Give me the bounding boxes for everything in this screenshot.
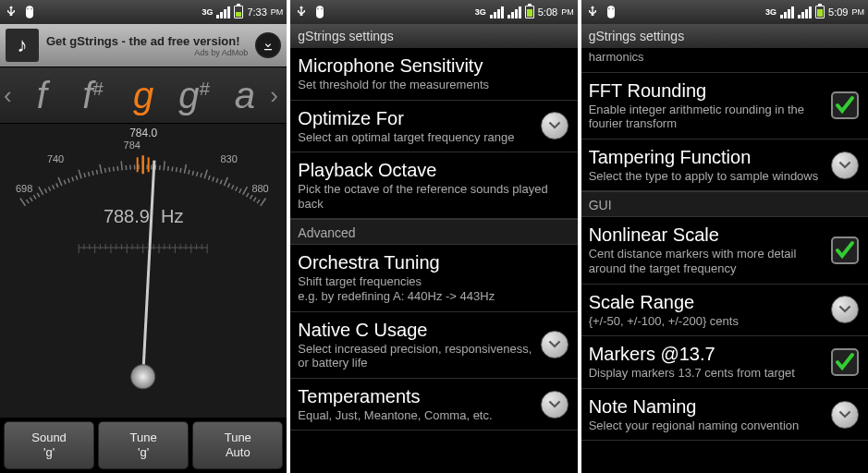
sound-button[interactable]: Sound 'g' bbox=[4, 421, 94, 469]
ad-by: Ads by AdMob bbox=[46, 48, 248, 57]
svg-line-23 bbox=[114, 167, 115, 172]
signal-icon bbox=[780, 6, 794, 18]
setting-sub: harmonics bbox=[589, 50, 859, 65]
note-f[interactable]: f bbox=[17, 74, 67, 117]
signal-icon bbox=[490, 6, 504, 18]
chevron-right-icon[interactable]: › bbox=[270, 81, 283, 110]
battery-icon bbox=[234, 6, 243, 18]
list-item[interactable]: Playback Octave Pick the octave of the r… bbox=[290, 152, 577, 219]
adb-icon bbox=[604, 5, 618, 19]
svg-line-14 bbox=[76, 176, 78, 180]
note-g-sharp[interactable]: g# bbox=[169, 74, 220, 117]
download-icon[interactable] bbox=[255, 32, 281, 58]
list-item[interactable]: Markers @13.7 Display markers 13.7 cents… bbox=[581, 336, 868, 389]
tune-auto-button[interactable]: Tune Auto bbox=[192, 421, 283, 469]
chevron-left-icon[interactable]: ‹ bbox=[4, 81, 17, 110]
svg-line-15 bbox=[79, 170, 81, 179]
tune-button[interactable]: Tune 'g' bbox=[98, 421, 189, 469]
svg-line-2 bbox=[30, 198, 32, 201]
note-selector[interactable]: ‹ f f# g g# a › bbox=[0, 67, 287, 124]
svg-line-56 bbox=[247, 193, 249, 197]
svg-line-52 bbox=[232, 185, 234, 189]
list-item[interactable]: Note Naming Select your regional naming … bbox=[581, 389, 868, 442]
ad-banner[interactable]: ♪ Get gStrings - the ad free version! Ad… bbox=[0, 24, 287, 67]
list-item[interactable]: Nonlinear Scale Cent distance markers wi… bbox=[581, 217, 868, 284]
list-item[interactable]: Orchestra Tuning Shift target frequencie… bbox=[290, 245, 577, 311]
chevron-down-circle-icon[interactable] bbox=[831, 296, 859, 323]
network-3g: 3G bbox=[765, 7, 776, 17]
chevron-down-circle-icon[interactable] bbox=[831, 401, 859, 429]
music-note-icon: ♪ bbox=[6, 29, 39, 62]
svg-line-54 bbox=[239, 188, 241, 192]
clock-ampm: PM bbox=[851, 7, 864, 17]
setting-title: Temperaments bbox=[298, 386, 532, 406]
svg-text:740: 740 bbox=[47, 153, 64, 164]
usb-icon bbox=[585, 5, 600, 19]
settings-list[interactable]: Microphone Sensitivity Set threshold for… bbox=[290, 48, 577, 473]
svg-line-50 bbox=[224, 177, 227, 186]
svg-line-21 bbox=[104, 168, 105, 173]
setting-sub: Equal, Just, Meantone, Comma, etc. bbox=[298, 408, 532, 423]
clock-time: 5:08 bbox=[538, 6, 557, 18]
list-item[interactable]: FFT Rounding Enable integer arithmetic r… bbox=[581, 73, 868, 139]
clock-time: 7:33 bbox=[247, 6, 266, 18]
checkbox[interactable] bbox=[831, 348, 859, 376]
setting-sub: Set threshold for the measurements bbox=[298, 78, 568, 92]
screen-settings-2: 3G 5:09 PM gStrings settings harmonics F… bbox=[581, 0, 868, 473]
settings-list[interactable]: harmonics FFT Rounding Enable integer ar… bbox=[581, 48, 868, 473]
svg-line-19 bbox=[96, 170, 97, 175]
list-item[interactable]: Native C Usage Select increased precisio… bbox=[290, 312, 577, 379]
svg-text:784: 784 bbox=[124, 139, 141, 151]
svg-line-70 bbox=[143, 161, 154, 377]
svg-line-37 bbox=[172, 167, 173, 172]
network-3g: 3G bbox=[202, 7, 213, 17]
svg-line-39 bbox=[180, 168, 181, 173]
checkbox[interactable] bbox=[831, 91, 859, 119]
list-item[interactable]: Temperaments Equal, Just, Meantone, Comm… bbox=[290, 379, 577, 431]
current-frequency: 788.9 Hz bbox=[104, 205, 184, 227]
svg-line-49 bbox=[220, 180, 222, 185]
note-f-sharp[interactable]: f# bbox=[67, 74, 118, 117]
setting-title: Optimize For bbox=[298, 108, 532, 128]
svg-line-5 bbox=[39, 187, 43, 195]
svg-line-43 bbox=[197, 172, 198, 176]
svg-line-60 bbox=[261, 199, 266, 206]
chevron-down-circle-icon[interactable] bbox=[541, 331, 568, 358]
svg-point-71 bbox=[130, 364, 155, 389]
svg-line-58 bbox=[253, 198, 256, 201]
tuner-gauge: 784.0 788.9 Hz 698 740 784 830 880 bbox=[0, 124, 287, 418]
setting-sub: Select the type to apply to sample windo… bbox=[589, 169, 824, 184]
settings-header: gStrings settings bbox=[290, 24, 577, 48]
setting-sub: Select an optimal target frequency range bbox=[298, 130, 532, 145]
chevron-down-circle-icon[interactable] bbox=[831, 152, 859, 179]
signal-icon-2 bbox=[507, 6, 521, 18]
svg-line-9 bbox=[56, 183, 58, 188]
list-item[interactable]: harmonics bbox=[581, 48, 868, 73]
status-bar: 3G 5:08 PM bbox=[290, 0, 577, 24]
battery-icon bbox=[525, 6, 534, 18]
network-3g: 3G bbox=[475, 7, 486, 17]
screen-tuner: 3G 7:33 PM ♪ Get gStrings - the ad free … bbox=[0, 0, 287, 473]
list-item[interactable]: Tampering Function Select the type to ap… bbox=[581, 139, 868, 192]
list-item[interactable]: Microphone Sensitivity Set threshold for… bbox=[290, 48, 577, 101]
list-item[interactable]: Optimize For Select an optimal target fr… bbox=[290, 101, 577, 153]
svg-line-40 bbox=[184, 164, 186, 174]
svg-line-8 bbox=[53, 185, 55, 189]
svg-line-12 bbox=[68, 178, 70, 183]
setting-title: Microphone Sensitivity bbox=[298, 55, 568, 76]
svg-line-48 bbox=[216, 178, 218, 183]
setting-title: Tampering Function bbox=[589, 147, 824, 167]
chevron-down-circle-icon[interactable] bbox=[541, 391, 568, 418]
svg-line-6 bbox=[44, 188, 46, 192]
chevron-down-circle-icon[interactable] bbox=[541, 112, 568, 139]
checkbox[interactable] bbox=[831, 236, 859, 264]
note-a[interactable]: a bbox=[219, 74, 270, 117]
svg-line-53 bbox=[236, 187, 238, 190]
note-g-selected[interactable]: g bbox=[118, 74, 169, 117]
setting-title: Scale Range bbox=[589, 292, 824, 312]
clock-time: 5:09 bbox=[828, 6, 848, 18]
screen-settings-1: 3G 5:08 PM gStrings settings Microphone … bbox=[290, 0, 577, 473]
list-item[interactable]: Scale Range {+/-50, +/-100, +/-200} cent… bbox=[581, 285, 868, 337]
svg-line-22 bbox=[109, 167, 110, 172]
clock-ampm: PM bbox=[561, 7, 574, 17]
